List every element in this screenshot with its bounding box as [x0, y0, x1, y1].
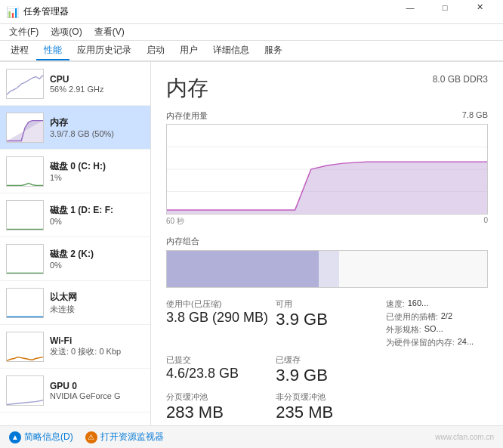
memory-usage-section: 内存使用量 7.8 GB 60 秒 0 — [166, 110, 488, 227]
speed-label: 速度: — [386, 298, 405, 310]
reserved-label: 为硬件保留的内存: — [386, 337, 455, 348]
menu-file[interactable]: 文件(F) — [3, 26, 45, 39]
wifi-stat: 发送: 0 接收: 0 Kbp — [50, 346, 144, 357]
time-end: 0 — [483, 216, 488, 227]
sidebar-item-gpu[interactable]: GPU 0 NVIDIA GeForce G — [0, 369, 150, 412]
tab-process[interactable]: 进程 — [3, 41, 36, 60]
gpu-info: GPU 0 NVIDIA GeForce G — [50, 381, 144, 400]
mem-name: 内存 — [50, 116, 144, 129]
main-content: CPU 56% 2.91 GHz 内存 3.9/7.8 GB (50%) — [0, 62, 503, 425]
gpu-name: GPU 0 — [50, 381, 144, 391]
gpu-thumb — [6, 375, 44, 406]
simple-info-button[interactable]: ▲ 简略信息(D) — [9, 431, 73, 443]
mem-stat: 3.9/7.8 GB (50%) — [50, 129, 144, 138]
detail-title: 内存 — [166, 74, 208, 103]
close-button[interactable]: ✕ — [462, 0, 497, 20]
sidebar-item-disk2[interactable]: 磁盘 2 (K:) 0% — [0, 237, 150, 281]
cached-block: 已缓存 3.9 GB — [276, 354, 378, 385]
ethernet-thumb — [6, 288, 44, 318]
menu-view[interactable]: 查看(V) — [88, 26, 131, 39]
tab-details[interactable]: 详细信息 — [205, 41, 257, 60]
usage-label: 内存使用量 — [166, 110, 208, 122]
wifi-info: Wi-Fi 发送: 0 接收: 0 Kbp — [50, 335, 144, 357]
minimize-button[interactable]: — — [393, 0, 427, 20]
available-label: 可用 — [276, 298, 378, 310]
menu-options[interactable]: 选项(O) — [45, 26, 88, 39]
disk1-info: 磁盘 1 (D: E: F: 0% — [50, 204, 144, 226]
chart-label-row: 内存使用量 7.8 GB — [166, 110, 488, 122]
speed-block: 速度: 160... 已使用的插槽: 2/2 外形规格: SO... 为硬件保留… — [386, 298, 488, 348]
time-start: 60 秒 — [166, 216, 184, 227]
cached-value: 3.9 GB — [276, 366, 378, 385]
resource-monitor-label: 打开资源监视器 — [100, 431, 164, 443]
available-block: 可用 3.9 GB — [276, 298, 378, 348]
sidebar-item-memory[interactable]: 内存 3.9/7.8 GB (50%) — [0, 106, 150, 150]
memory-chart — [166, 124, 488, 215]
menu-bar: 文件(F) 选项(O) 查看(V) — [0, 24, 503, 41]
gpu-stat: NVIDIA GeForce G — [50, 391, 144, 400]
up-arrow-icon: ▲ — [9, 431, 21, 443]
wifi-name: Wi-Fi — [50, 335, 144, 346]
svg-marker-4 — [167, 162, 487, 214]
sidebar-item-ethernet[interactable]: 以太网 未连接 — [0, 281, 150, 325]
tab-startup[interactable]: 启动 — [139, 41, 172, 60]
non-paged-pool-block: 非分页缓冲池 235 MB — [276, 391, 378, 422]
wifi-thumb — [6, 332, 44, 362]
cpu-name: CPU — [50, 74, 144, 85]
slots-value: 2/2 — [441, 311, 452, 323]
ethernet-stat: 未连接 — [50, 304, 144, 315]
committed-block: 已提交 4.6/23.8 GB — [166, 354, 268, 385]
comp-used — [167, 251, 319, 287]
disk0-info: 磁盘 0 (C: H:) 1% — [50, 160, 144, 182]
non-paged-pool-label: 非分页缓冲池 — [276, 391, 378, 403]
title-bar-controls: — □ ✕ — [393, 0, 497, 24]
warning-icon: ⚠ — [85, 431, 97, 443]
detail-spec: 8.0 GB DDR3 — [433, 74, 488, 85]
cached-label: 已缓存 — [276, 354, 378, 366]
tab-bar: 进程 性能 应用历史记录 启动 用户 详细信息 服务 — [0, 41, 503, 62]
form-factor-value: SO... — [424, 324, 443, 335]
cpu-stat: 56% 2.91 GHz — [50, 85, 144, 94]
ethernet-name: 以太网 — [50, 291, 144, 304]
paged-pool-label: 分页缓冲池 — [166, 391, 268, 403]
disk2-thumb — [6, 244, 44, 274]
detail-header: 内存 8.0 GB DDR3 — [166, 74, 488, 103]
comp-standby — [319, 251, 339, 287]
cpu-info: CPU 56% 2.91 GHz — [50, 74, 144, 94]
cpu-thumb — [6, 69, 44, 99]
sidebar-item-disk0[interactable]: 磁盘 0 (C: H:) 1% — [0, 150, 150, 193]
tab-performance[interactable]: 性能 — [36, 41, 69, 60]
sidebar-item-wifi[interactable]: Wi-Fi 发送: 0 接收: 0 Kbp — [0, 325, 150, 369]
committed-label: 已提交 — [166, 354, 268, 366]
sidebar: CPU 56% 2.91 GHz 内存 3.9/7.8 GB (50%) — [0, 62, 151, 425]
in-use-value: 3.8 GB (290 MB) — [166, 310, 268, 326]
open-resource-monitor-button[interactable]: ⚠ 打开资源监视器 — [85, 431, 164, 443]
disk0-stat: 1% — [50, 173, 144, 182]
watermark: www.cfan.com.cn — [435, 433, 494, 441]
disk1-name: 磁盘 1 (D: E: F: — [50, 204, 144, 217]
title-bar-left: 📊 任务管理器 — [6, 5, 69, 18]
disk2-stat: 0% — [50, 261, 144, 270]
slots-label: 已使用的插槽: — [386, 311, 438, 323]
paged-pool-block: 分页缓冲池 283 MB — [166, 391, 268, 422]
simple-info-label: 简略信息(D) — [24, 431, 73, 443]
disk0-thumb — [6, 156, 44, 187]
tab-services[interactable]: 服务 — [257, 41, 290, 60]
maximize-button[interactable]: □ — [427, 0, 462, 20]
tab-history[interactable]: 应用历史记录 — [69, 41, 139, 60]
chart-time: 60 秒 0 — [166, 216, 488, 227]
composition-bar — [166, 250, 488, 288]
usage-max: 7.8 GB — [462, 110, 488, 122]
app-title: 任务管理器 — [23, 5, 69, 18]
sidebar-item-cpu[interactable]: CPU 56% 2.91 GHz — [0, 62, 150, 106]
tab-users[interactable]: 用户 — [172, 41, 205, 60]
stats-grid-2: 已提交 4.6/23.8 GB 已缓存 3.9 GB — [166, 354, 488, 385]
sidebar-item-disk1[interactable]: 磁盘 1 (D: E: F: 0% — [0, 193, 150, 237]
available-value: 3.9 GB — [276, 310, 378, 329]
mem-info: 内存 3.9/7.8 GB (50%) — [50, 116, 144, 138]
app-icon: 📊 — [6, 6, 19, 18]
disk1-stat: 0% — [50, 217, 144, 226]
form-factor-label: 外形规格: — [386, 324, 421, 335]
disk2-info: 磁盘 2 (K:) 0% — [50, 248, 144, 270]
disk1-thumb — [6, 200, 44, 230]
